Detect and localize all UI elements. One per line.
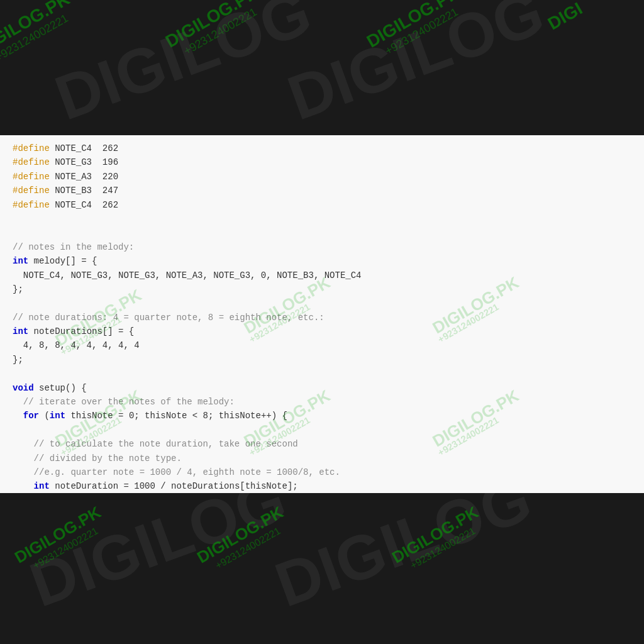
code-area: #define NOTE_C4 262 #define NOTE_G3 196 … — [0, 135, 644, 494]
watermark-bg-2: DIGILOG — [279, 0, 553, 135]
watermark-brand-4: DIGI — [545, 0, 586, 34]
code-content: #define NOTE_C4 262 #define NOTE_G3 196 … — [13, 142, 631, 494]
watermark-bottom-band: DIGILOG DIGILOG DIGILOG.PK +923124002221… — [0, 493, 644, 644]
watermark-top-band: DIGILOG.PK +923124002221 DIGILOG.PK +923… — [0, 0, 644, 135]
watermark-bg-bottom-1: DIGILOG — [21, 493, 295, 621]
